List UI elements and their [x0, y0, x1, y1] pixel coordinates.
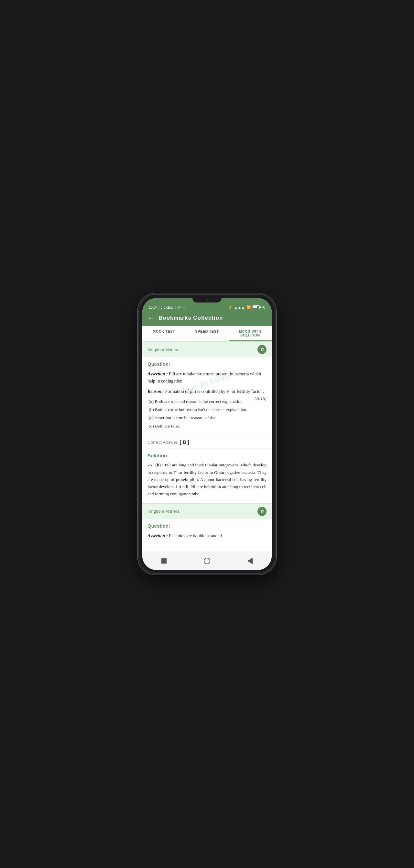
card-header-2: Kingdom Monera 🗑 [142, 504, 272, 519]
bottom-nav [142, 551, 272, 570]
phone-screen: 15:34 | 5.3KB/s ▷ ▷ ··· ⚡ ▲▲▲ 🛜 70 ← Boo… [142, 298, 272, 570]
card-topic-2: Kingdom Monera [147, 509, 179, 514]
status-bar: 15:34 | 5.3KB/s ▷ ▷ ··· ⚡ ▲▲▲ 🛜 70 [142, 303, 272, 311]
status-right: ⚡ ▲▲▲ 🛜 70 [228, 305, 265, 309]
question-label-2: Question: [147, 523, 267, 529]
tabs-bar: MOCK TEST SPEED TEST MCQS WITH SOLUTION [142, 326, 272, 342]
circle-icon [204, 558, 210, 564]
triangle-icon [247, 558, 252, 564]
option-c: (c) Assertion is true but reason is fals… [147, 414, 267, 421]
time-display: 15:34 | 5.3KB/s [149, 305, 173, 309]
option-d: (d) Both are false. [147, 423, 267, 430]
tab-mcqs-solution[interactable]: MCQS WITH SOLUTION [229, 326, 272, 341]
page-title: Bookmarks Collection [159, 315, 223, 321]
assertion-italic-2: Assertion : [147, 533, 168, 538]
option-b: (b) Both are true but reason isn't the c… [147, 406, 267, 413]
question-text-2: Assertion : Plasmids are double stranded… [147, 532, 267, 539]
bluetooth-icon: ⚡ [228, 305, 233, 309]
content-scroll[interactable]: Kingdom Monera 🗑 Question: Neet Techniqu… [142, 342, 272, 551]
delete-button-2[interactable]: 🗑 [257, 507, 267, 516]
media-icons: ▷ ▷ ··· [175, 305, 185, 309]
battery-percent: 70 [261, 305, 265, 309]
card-body-2: Question: Assertion : Plasmids are doubl… [142, 519, 272, 547]
status-left: 15:34 | 5.3KB/s ▷ ▷ ··· [149, 305, 185, 309]
back-button[interactable]: ← [147, 314, 154, 321]
camera-dot [206, 299, 208, 302]
question-text-1: Neet Technique Assertion : Pili are tubu… [147, 371, 267, 395]
tab-mock-test[interactable]: MOCK TEST [142, 326, 185, 341]
solution-text-1: 25. (b) : Pili are long and thick tubula… [147, 462, 267, 498]
answer-row-1: Correct Answer: [ B ] [142, 435, 272, 449]
correct-answer-label: Correct Answer: [147, 440, 178, 445]
wifi-icon: 🛜 [246, 305, 251, 309]
battery-fill [253, 306, 257, 308]
recent-apps-button[interactable] [158, 555, 170, 567]
reason-text: Reason : Formation of pili is controlled… [147, 388, 267, 395]
reason-italic: Reason : [147, 389, 164, 394]
battery-icon [252, 305, 260, 309]
home-button[interactable] [201, 555, 213, 567]
solution-number: 25. (b) : [147, 463, 163, 467]
card-topic-1: Kingdom Monera [147, 347, 179, 352]
assertion-italic: Assertion : [147, 371, 168, 376]
bottom-spacer [142, 547, 272, 551]
phone-frame: 15:34 | 5.3KB/s ▷ ▷ ··· ⚡ ▲▲▲ 🛜 70 ← Boo… [139, 295, 275, 573]
square-icon [162, 558, 167, 563]
option-a: (a) Both are true and reason is the corr… [147, 398, 267, 405]
notch-area [142, 298, 272, 303]
card-header-1: Kingdom Monera 🗑 [142, 342, 272, 357]
signal-icon: ▲▲▲ [234, 305, 245, 309]
delete-button-1[interactable]: 🗑 [257, 345, 267, 354]
question-card-1: Kingdom Monera 🗑 Question: Neet Techniqu… [142, 342, 272, 504]
assertion-text: Assertion : Pili are tubular structures … [147, 371, 267, 385]
card-body-1: Question: Neet Technique Assertion : Pil… [142, 357, 272, 435]
year-text: (2016) [254, 395, 267, 402]
top-nav: ← Bookmarks Collection [142, 311, 272, 326]
options-list-1: (a) Both are true and reason is the corr… [147, 398, 267, 430]
correct-answer-value: [ B ] [180, 439, 189, 445]
question-card-2: Kingdom Monera 🗑 Question: Assertion : P… [142, 504, 272, 547]
question-label-1: Question: [147, 361, 267, 367]
solution-section-1: Neet Learning Solution: 25. (b) : Pili a… [142, 449, 272, 504]
solution-label-1: Solution: [147, 453, 267, 458]
back-nav-button[interactable] [244, 555, 256, 567]
tab-speed-test[interactable]: SPEED TEST [185, 326, 228, 341]
assertion-partial: Assertion : Plasmids are double stranded… [147, 532, 267, 539]
